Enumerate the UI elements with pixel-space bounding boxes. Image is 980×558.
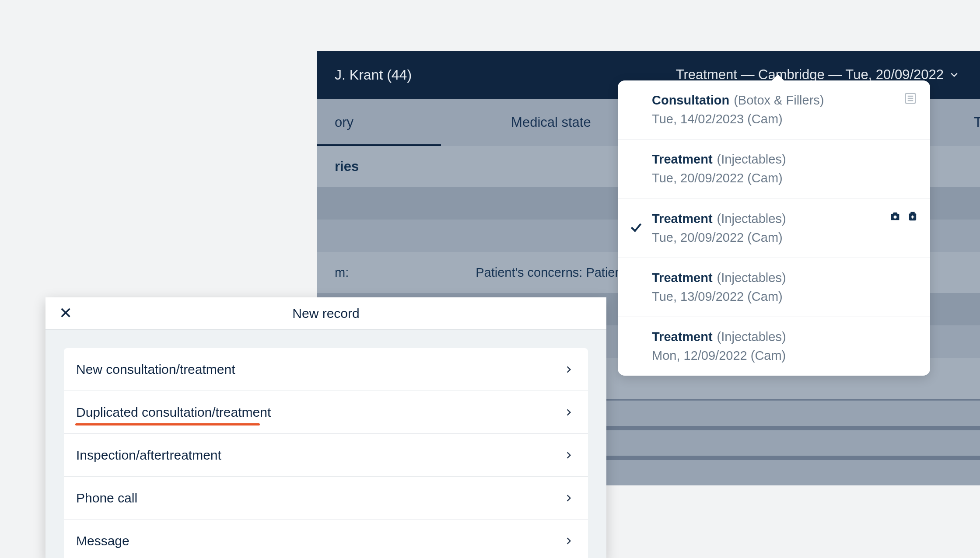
chevron-down-icon — [950, 67, 959, 83]
chevron-right-icon — [564, 405, 573, 420]
svg-rect-8 — [911, 216, 914, 217]
dropdown-item-4[interactable]: Treatment(Injectables) Mon, 12/09/2022 (… — [618, 317, 930, 376]
dd-title: Treatment — [652, 330, 713, 344]
modal-item-phone-call[interactable]: Phone call — [64, 477, 588, 520]
modal-item-label: Duplicated consultation/treatment — [76, 405, 271, 420]
chevron-right-icon — [564, 534, 573, 548]
tab-right-partial[interactable]: T — [974, 99, 980, 146]
dd-date: Tue, 13/09/2022 (Cam) — [652, 288, 786, 305]
modal-item-message[interactable]: Message — [64, 520, 588, 558]
svg-point-4 — [894, 215, 897, 218]
dd-date: Tue, 20/09/2022 (Cam) — [652, 229, 786, 246]
highlight-underline — [75, 423, 260, 425]
dd-title: Treatment — [652, 152, 713, 166]
list-icon — [904, 92, 917, 107]
tab-medical-state[interactable]: Medical state — [511, 99, 591, 146]
medical-icon — [906, 210, 919, 224]
patient-name: J. Krant (44) — [335, 67, 412, 83]
tab-history[interactable]: ory — [335, 99, 354, 146]
modal-item-inspection[interactable]: Inspection/aftertreatment — [64, 434, 588, 477]
modal-item-label: New consultation/treatment — [76, 362, 235, 377]
svg-rect-6 — [910, 212, 914, 213]
dd-date: Tue, 20/09/2022 (Cam) — [652, 170, 786, 187]
modal-item-label: Inspection/aftertreatment — [76, 448, 221, 463]
modal-item-new-consultation[interactable]: New consultation/treatment — [64, 348, 588, 391]
chevron-right-icon — [564, 491, 573, 506]
dd-sub: (Injectables) — [717, 212, 786, 226]
dropdown-item-2[interactable]: Treatment(Injectables) Tue, 20/09/2022 (… — [618, 199, 930, 258]
close-icon[interactable] — [60, 307, 72, 321]
modal-header: New record — [46, 297, 606, 330]
dropdown-item-1[interactable]: Treatment(Injectables) Tue, 20/09/2022 (… — [618, 140, 930, 199]
modal-item-label: Message — [76, 534, 130, 548]
modal-item-duplicated-consultation[interactable]: Duplicated consultation/treatment — [64, 391, 588, 434]
dd-sub: (Botox & Fillers) — [734, 93, 824, 107]
dd-date: Mon, 12/09/2022 (Cam) — [652, 347, 786, 364]
dd-title: Treatment — [652, 271, 713, 285]
dropdown-item-3[interactable]: Treatment(Injectables) Tue, 13/09/2022 (… — [618, 258, 930, 317]
dropdown-item-0[interactable]: Consultation(Botox & Fillers) Tue, 14/02… — [618, 80, 930, 140]
chevron-right-icon — [564, 362, 573, 377]
chevron-right-icon — [564, 448, 573, 463]
modal-item-label: Phone call — [76, 491, 137, 506]
new-record-modal: New record New consultation/treatment Du… — [46, 297, 606, 558]
check-icon — [629, 220, 643, 236]
camera-icon — [889, 210, 901, 224]
dd-sub: (Injectables) — [717, 271, 786, 285]
dd-sub: (Injectables) — [717, 152, 786, 166]
modal-list: New consultation/treatment Duplicated co… — [64, 348, 588, 558]
treatment-dropdown: Consultation(Botox & Fillers) Tue, 14/02… — [618, 80, 930, 376]
dd-title: Treatment — [652, 212, 713, 226]
dd-title: Consultation — [652, 93, 729, 107]
concern-label: m: — [335, 265, 349, 280]
dd-sub: (Injectables) — [717, 330, 786, 344]
dd-date: Tue, 14/02/2023 (Cam) — [652, 111, 824, 128]
modal-title: New record — [292, 306, 359, 321]
